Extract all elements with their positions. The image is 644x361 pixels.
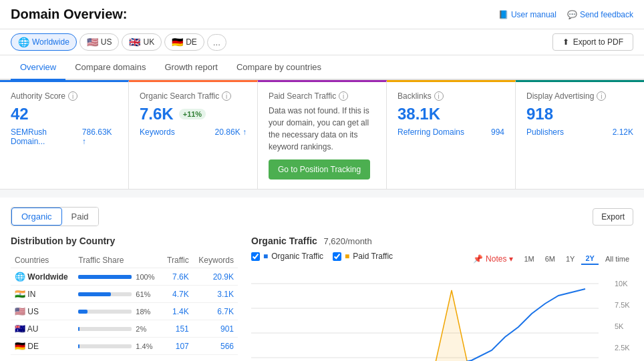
bar-background [78, 275, 132, 279]
chart-subtitle: 7,620/month [323, 236, 371, 246]
traffic-pct: 100% [136, 273, 154, 281]
time-6m-button[interactable]: 6M [541, 254, 559, 264]
table-row: 🇺🇸 US 18% 1.4K 6.7K [11, 303, 238, 320]
bar-background [78, 310, 132, 314]
metric-paid: Paid Search Traffic i Data was not found… [258, 80, 387, 189]
chart-column: Organic Traffic 7,620/month ■ Organic Tr… [251, 236, 633, 361]
chart-title-group: Organic Traffic 7,620/month [251, 236, 372, 246]
main-content: Organic Paid Export Distribution by Coun… [0, 198, 644, 361]
country-cell: 🇦🇺 AU [11, 320, 74, 338]
user-manual-link[interactable]: 📘 User manual [498, 10, 556, 19]
y-label-2.5k: 2.5K [615, 344, 630, 352]
bar-container: 1.4% [78, 342, 158, 350]
location-tabs: 🌐 Worldwide 🇺🇸 US 🇬🇧 UK 🇩🇪 DE ... [11, 33, 226, 51]
tab-growth-report[interactable]: Growth report [155, 55, 226, 80]
header: Domain Overview: 📘 User manual 💬 Send fe… [0, 0, 644, 29]
table-row: 🌐 Worldwide 100% 7.6K 20.9K [11, 268, 238, 286]
send-feedback-link[interactable]: 💬 Send feedback [567, 10, 633, 19]
export-icon: ⬆ [562, 37, 569, 47]
country-cell: 🌐 Worldwide [11, 268, 74, 286]
metrics-row: Authority Score i 42 SEMRush Domain... 7… [0, 80, 644, 190]
time-1m-button[interactable]: 1M [520, 254, 538, 264]
de-flag-icon: 🇩🇪 [172, 37, 183, 47]
metric-display-label: Display Advertising i [526, 91, 633, 101]
chart-header: Organic Traffic 7,620/month [251, 236, 633, 246]
chart-y-axis: 10K 7.5K 5K 2.5K 0 [615, 270, 630, 361]
metric-display-value: 918 [526, 105, 633, 123]
country-flag: 🇦🇺 [15, 324, 25, 334]
table-row: 🇦🇺 AU 2% 151 901 [11, 320, 238, 338]
time-2y-button[interactable]: 2Y [581, 253, 598, 265]
traffic-cell: 7.6K [162, 268, 192, 286]
export-button[interactable]: Export [593, 208, 633, 226]
metric-organic-value: 7.6K +11% [140, 105, 247, 123]
metric-display-sub: Publishers 2.12K [526, 127, 633, 137]
bar-fill [78, 310, 88, 314]
notes-icon: 📌 [473, 254, 483, 264]
bar-container: 2% [78, 325, 158, 333]
tab-compare-countries[interactable]: Compare by countries [227, 55, 331, 80]
export-pdf-button[interactable]: ⬆ Export to PDF [552, 33, 633, 51]
goto-position-tracking-button[interactable]: Go to Position Tracking [269, 159, 370, 179]
legend-organic: ■ Organic Traffic [251, 252, 323, 261]
paid-no-data-text: Data was not found. If this is your doma… [269, 105, 375, 153]
chart-title: Organic Traffic [251, 236, 317, 246]
tab-organic-button[interactable]: Organic [11, 208, 62, 226]
country-name: US [27, 307, 39, 316]
tab-compare-domains[interactable]: Compare domains [65, 55, 155, 80]
country-flag: 🌐 [15, 272, 25, 282]
legend-paid-checkbox[interactable] [333, 252, 341, 261]
table-row: 🇩🇪 DE 1.4% 107 566 [11, 338, 238, 355]
organic-paid-tabs: Organic Paid [11, 207, 99, 226]
metric-paid-label: Paid Search Traffic i [269, 91, 375, 101]
country-cell: 🇺🇸 US [11, 303, 74, 320]
location-tab-uk[interactable]: 🇬🇧 UK [122, 33, 162, 51]
traffic-cell: 4.7K [162, 286, 192, 303]
bar-container: 100% [78, 273, 158, 281]
bar-background [78, 327, 132, 331]
location-tab-worldwide[interactable]: 🌐 Worldwide [11, 33, 77, 51]
traffic-pct: 2% [136, 325, 146, 333]
tab-paid-button[interactable]: Paid [62, 208, 98, 226]
metric-backlinks-label: Backlinks i [397, 91, 504, 101]
distribution-title: Distribution by Country [11, 236, 238, 246]
backlinks-info-icon[interactable]: i [434, 91, 444, 101]
bar-fill [78, 292, 111, 296]
distribution-column: Distribution by Country Countries Traffi… [11, 236, 238, 361]
bar-container: 18% [78, 308, 158, 316]
authority-info-icon[interactable]: i [68, 91, 77, 101]
organic-info-icon[interactable]: i [222, 91, 231, 101]
chevron-down-icon: ▾ [509, 254, 513, 264]
traffic-cell: 107 [162, 338, 192, 355]
bar-container: 61% [78, 290, 158, 298]
country-cell: 🇩🇪 DE [11, 338, 74, 355]
country-cell: 🇮🇳 IN [11, 286, 74, 303]
page-title: Domain Overview: [11, 7, 128, 22]
traffic-share-cell: 2% [74, 320, 162, 338]
two-col-layout: Distribution by Country Countries Traffi… [11, 236, 633, 361]
time-1y-button[interactable]: 1Y [562, 254, 579, 264]
more-locations-button[interactable]: ... [207, 34, 226, 51]
bar-background [78, 292, 132, 296]
country-flag: 🇺🇸 [15, 306, 25, 316]
time-alltime-button[interactable]: All time [601, 254, 633, 264]
y-label-5k: 5K [615, 322, 630, 330]
keywords-cell: 901 [193, 320, 238, 338]
location-tab-us[interactable]: 🇺🇸 US [79, 33, 120, 51]
header-links: 📘 User manual 💬 Send feedback [498, 10, 633, 19]
distribution-table: Countries Traffic Share Traffic Keywords… [11, 253, 238, 355]
country-flag: 🇩🇪 [15, 341, 25, 351]
metric-authority-sub: SEMRush Domain... 786.63K ↑ [11, 127, 118, 146]
location-bar: 🌐 Worldwide 🇺🇸 US 🇬🇧 UK 🇩🇪 DE ... ⬆ Expo… [0, 29, 644, 55]
country-name: Worldwide [27, 272, 67, 282]
legend-organic-checkbox[interactable] [251, 252, 260, 261]
notes-button[interactable]: 📌 Notes ▾ [473, 254, 513, 264]
paid-info-icon[interactable]: i [339, 91, 348, 101]
col-traffic: Traffic [162, 253, 192, 268]
location-tab-de[interactable]: 🇩🇪 DE [164, 33, 204, 51]
traffic-pct: 18% [136, 308, 150, 316]
country-name: IN [27, 290, 35, 299]
display-info-icon[interactable]: i [597, 91, 606, 101]
metric-organic: Organic Search Traffic i 7.6K +11% Keywo… [129, 80, 258, 189]
tab-overview[interactable]: Overview [11, 55, 65, 80]
